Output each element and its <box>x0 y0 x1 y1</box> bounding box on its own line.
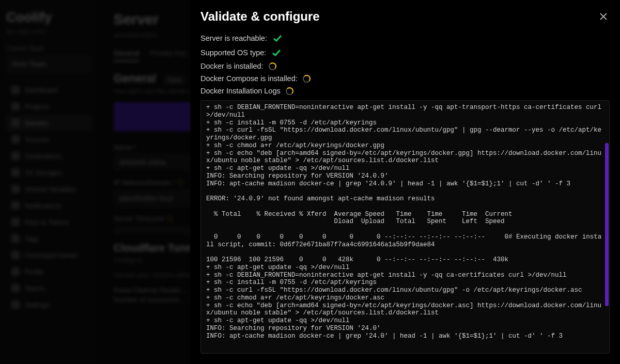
close-button[interactable] <box>597 10 610 23</box>
check-label: Docker Compose is installed: <box>200 74 298 83</box>
validate-modal: Validate & configure Server is reachable… <box>190 0 620 364</box>
check-server-reachable: Server is reachable: <box>200 33 610 43</box>
spinner-icon <box>303 75 311 83</box>
spinner-icon <box>286 87 293 95</box>
check-label: Docker is installed: <box>200 62 264 70</box>
close-icon <box>599 12 608 21</box>
checks-list: Server is reachable: Supported OS type: … <box>200 33 610 95</box>
check-success-icon <box>271 48 282 58</box>
spinner-icon <box>269 62 276 70</box>
modal-header: Validate & configure <box>200 9 610 24</box>
check-label: Supported OS type: <box>200 49 266 57</box>
log-scrollbar[interactable] <box>605 143 609 306</box>
check-docker-compose: Docker Compose is installed: <box>200 74 610 83</box>
check-label: Docker Installation Logs <box>200 87 281 95</box>
check-supported-os: Supported OS type: <box>200 48 610 58</box>
modal-title: Validate & configure <box>200 9 320 24</box>
check-label: Server is reachable: <box>200 34 267 42</box>
log-output[interactable]: + sh -c DEBIAN_FRONTEND=noninteractive a… <box>200 100 610 354</box>
check-docker-logs: Docker Installation Logs <box>200 87 610 95</box>
check-success-icon <box>272 33 283 43</box>
check-docker-installed: Docker is installed: <box>200 62 610 70</box>
